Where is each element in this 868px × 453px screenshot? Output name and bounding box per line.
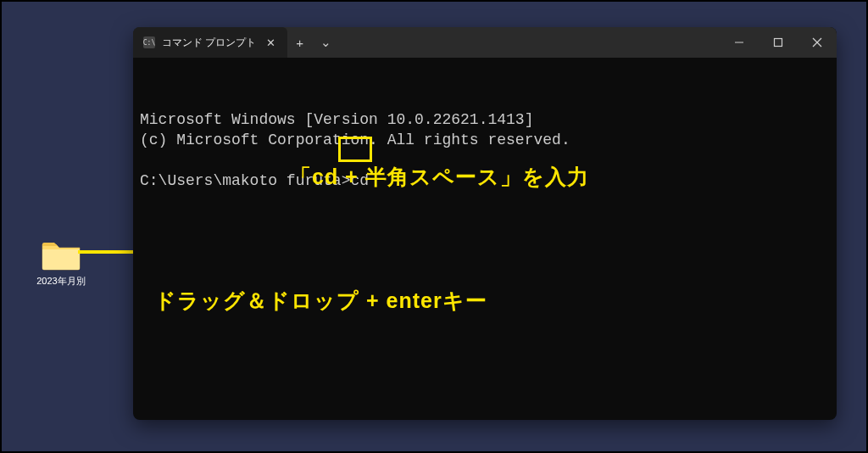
- terminal-line-1: Microsoft Windows [Version 10.0.22621.14…: [140, 109, 830, 130]
- terminal-line-2: (c) Microsoft Corporation. All rights re…: [140, 130, 830, 150]
- new-tab-button[interactable]: +: [287, 27, 312, 58]
- minimize-button[interactable]: [720, 27, 759, 58]
- tab-dropdown-button[interactable]: ⌄: [312, 27, 340, 58]
- close-tab-button[interactable]: ✕: [263, 36, 279, 49]
- close-window-button[interactable]: [798, 27, 837, 58]
- folder-icon: [41, 239, 81, 271]
- desktop-folder-icon[interactable]: 2023年月別: [31, 239, 91, 288]
- svg-rect-3: [775, 39, 782, 47]
- desktop-folder-label: 2023年月別: [31, 275, 91, 288]
- terminal-prompt: C:\Users\makoto furuta>: [140, 172, 350, 189]
- window-controls: [720, 27, 837, 58]
- active-tab[interactable]: C:\ コマンド プロンプト ✕: [133, 27, 287, 58]
- terminal-window: C:\ コマンド プロンプト ✕ + ⌄ Microsoft Windows […: [133, 27, 837, 420]
- terminal-body[interactable]: Microsoft Windows [Version 10.0.22621.14…: [133, 58, 837, 420]
- maximize-button[interactable]: [759, 27, 798, 58]
- cmd-icon: C:\: [143, 36, 155, 48]
- title-bar: C:\ コマンド プロンプト ✕ + ⌄: [133, 27, 837, 58]
- terminal-blank-line: [140, 150, 830, 171]
- terminal-command: cd: [350, 172, 377, 189]
- tab-title: コマンド プロンプト: [162, 36, 256, 50]
